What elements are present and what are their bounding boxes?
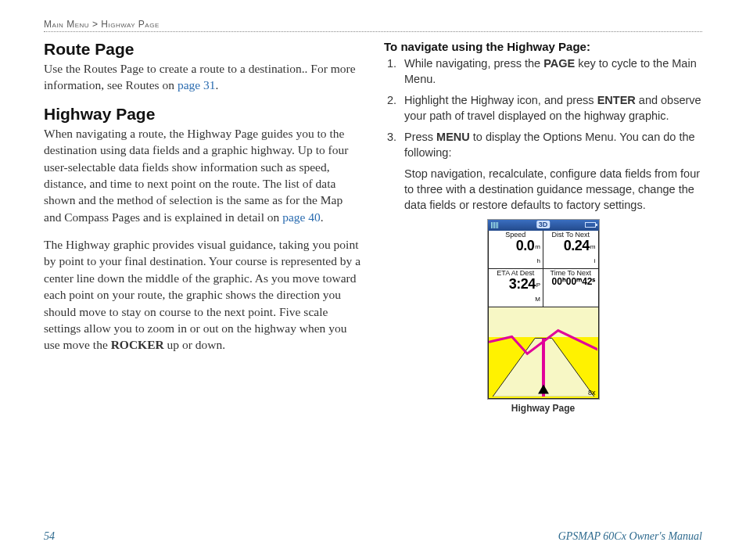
highway-page-heading: Highway Page [44, 105, 362, 124]
cell-eta: ETA At Dest 3:24PM [488, 269, 544, 307]
header-rule [44, 31, 702, 32]
view-3d-badge: 3D [536, 221, 551, 228]
steps-list: While navigating, press the PAGE key to … [384, 56, 702, 160]
right-column: To navigate using the Highway Page: Whil… [384, 40, 702, 414]
highway-p1: When navigating a route, the Highway Pag… [44, 125, 362, 225]
satellite-icon [491, 222, 499, 228]
rocker-bold: ROCKER [111, 338, 164, 351]
battery-icon [585, 222, 596, 228]
highway-svg [489, 307, 598, 397]
highway-p2-after: up or down. [164, 338, 225, 351]
speed-value: 0.0 [516, 238, 535, 253]
route-body-after: . [216, 78, 219, 92]
step-3: Press MENU to display the Options Menu. … [400, 130, 702, 160]
breadcrumb-current: Highway Page [101, 19, 159, 30]
step-1-pre: While navigating, press the [404, 57, 543, 70]
ttn-value: 00ʰ00ᵐ42ˢ [546, 277, 596, 286]
speed-unit: mh [535, 243, 540, 264]
dist-unit: mi [590, 243, 596, 264]
highway-p2: The Highway graphic provides visual guid… [44, 236, 362, 354]
manual-title: GPSMAP 60Cx Owner's Manual [558, 530, 702, 543]
device-screenshot: 3D Speed 0.0mh Dist To Next 0.24mi [487, 219, 600, 400]
highway-graphic: 8x [488, 307, 599, 399]
nav-heading: To navigate using the Highway Page: [384, 40, 702, 53]
figure-caption: Highway Page [384, 403, 702, 414]
step-3-extra: Stop navigation, recalculate, configure … [404, 167, 702, 213]
route-page-heading: Route Page [44, 40, 362, 59]
cell-speed: Speed 0.0mh [488, 231, 544, 269]
cell-ttn: Time To Next 00ʰ00ᵐ42ˢ [543, 269, 599, 307]
step-2-bold: ENTER [597, 94, 636, 106]
step-1-bold: PAGE [543, 57, 575, 70]
highway-p2-text: The Highway graphic provides visual guid… [44, 238, 360, 351]
step-2-pre: Highlight the Highway icon, and press [404, 94, 597, 106]
breadcrumb: Main Menu > Highway Page [44, 19, 702, 31]
eta-unit: PM [535, 282, 540, 303]
highway-p1-after: . [321, 210, 324, 224]
route-page-body: Use the Routes Page to create a route to… [44, 60, 362, 94]
zoom-level: 8x [588, 389, 596, 397]
step-2: Highlight the Highway icon, and press EN… [400, 93, 702, 124]
eta-value: 3:24 [509, 276, 536, 292]
highway-p1-link[interactable]: page 40 [282, 210, 321, 224]
step-1: While navigating, press the PAGE key to … [400, 56, 702, 87]
left-column: Route Page Use the Routes Page to create… [44, 40, 362, 414]
page-footer: 54 GPSMAP 60Cx Owner's Manual [44, 530, 702, 543]
highway-p1-text: When navigating a route, the Highway Pag… [44, 127, 348, 224]
breadcrumb-sep: > [92, 19, 99, 30]
figure: 3D Speed 0.0mh Dist To Next 0.24mi [384, 219, 702, 414]
route-page-link[interactable]: page 31 [178, 78, 216, 92]
step-3-bold: MENU [436, 131, 470, 143]
step-3-pre: Press [404, 131, 436, 143]
device-titlebar: 3D [488, 220, 599, 231]
dist-value: 0.24 [564, 238, 590, 253]
page-number: 54 [44, 530, 55, 543]
cell-dist: Dist To Next 0.24mi [543, 231, 599, 269]
breadcrumb-parent: Main Menu [44, 19, 89, 30]
